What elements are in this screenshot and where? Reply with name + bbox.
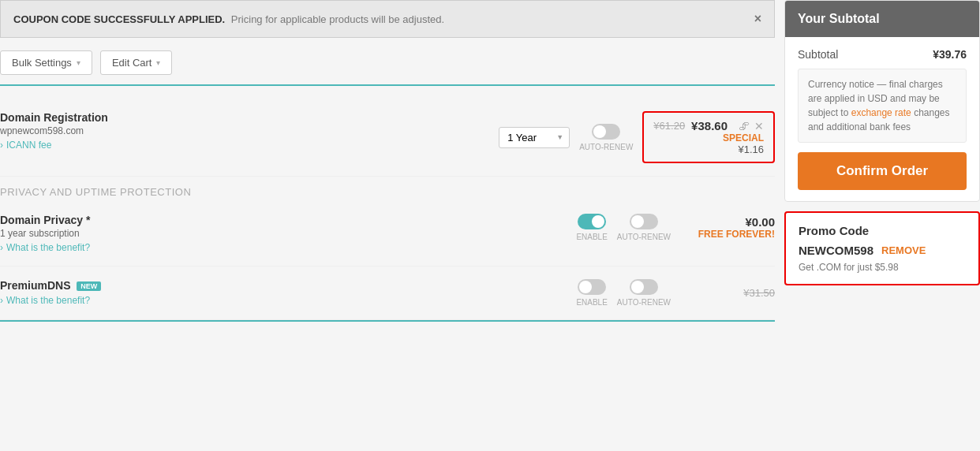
domain-old-price: ¥61.20 [653,120,685,132]
toolbar: Bulk Settings ▾ Edit Cart ▾ [0,50,775,86]
sidebar-header: Your Subtotal [785,1,979,37]
promo-title: Promo Code [799,224,966,237]
confirm-order-button[interactable]: Confirm Order [798,152,967,190]
period-select[interactable]: 1 Year 2 Years 3 Years [499,127,570,148]
period-select-wrapper[interactable]: 1 Year 2 Years 3 Years [499,127,570,148]
subtotal-label: Subtotal [798,48,838,61]
icann-price: ¥1.16 [738,144,764,155]
price-row: ¥61.20 ¥38.60 🖇 ✕ [653,119,764,132]
domain-privacy-row: Domain Privacy * 1 year subscription › W… [0,201,775,266]
dns-enable-toggle-group: ENABLE [576,279,607,307]
dns-enable-label: ENABLE [576,298,607,307]
coupon-banner-bold: COUPON CODE SUCCESSFULLY APPLIED. [13,13,225,25]
coupon-banner: COUPON CODE SUCCESSFULLY APPLIED. Pricin… [0,0,775,38]
privacy-price-area: ¥0.00 FREE FOREVER! [680,215,775,240]
privacy-benefit-link[interactable]: › What is the benefit? [0,242,90,253]
dns-title: PremiumDNS NEW [0,279,576,292]
dns-old-price: ¥31.50 [680,287,775,299]
sidebar-body: Subtotal ¥39.76 Currency notice — final … [785,37,979,201]
auto-renew-toggle-group: AUTO-RENEW [579,124,633,151]
privacy-autorenew-toggle-group: AUTO-RENEW [617,214,671,241]
privacy-enable-label: ENABLE [576,233,607,241]
bulk-settings-button[interactable]: Bulk Settings ▾ [0,50,92,75]
domain-price-box: ¥61.20 ¥38.60 🖇 ✕ SPECIAL ¥1.16 [642,111,775,163]
domain-controls: 1 Year 2 Years 3 Years AUTO-RENEW ¥61.20… [499,111,775,163]
new-badge: NEW [77,281,101,291]
close-icon[interactable]: × [754,12,761,26]
subtotal-card: Your Subtotal Subtotal ¥39.76 Currency n… [784,0,980,202]
privacy-info: Domain Privacy * 1 year subscription › W… [0,214,576,253]
privacy-subtitle: 1 year subscription [0,228,576,239]
premium-dns-row: PremiumDNS NEW › What is the benefit? EN… [0,266,775,320]
privacy-controls: ENABLE AUTO-RENEW ¥0.00 FREE FOREVER! [576,214,775,241]
privacy-enable-toggle[interactable] [578,214,606,229]
chevron-right-icon: › [0,295,3,306]
promo-code-card: Promo Code NEWCOM598 REMOVE Get .COM for… [784,211,980,285]
dns-info: PremiumDNS NEW › What is the benefit? [0,279,576,306]
dns-enable-toggle[interactable] [578,279,606,295]
bulk-settings-label: Bulk Settings [12,57,72,69]
close-icon[interactable]: ✕ [754,120,764,132]
promo-description: Get .COM for just $5.98 [799,262,966,273]
bottom-divider [0,320,775,322]
domain-info: Domain Registration wpnewcom598.com › IC… [0,111,499,151]
coupon-banner-text: COUPON CODE SUCCESSFULLY APPLIED. Pricin… [13,13,444,25]
chevron-down-icon: ▾ [156,58,160,67]
price-actions: 🖇 ✕ [739,120,764,132]
chevron-right-icon: › [0,140,3,151]
promo-remove-button[interactable]: REMOVE [881,244,926,256]
promo-code-row: NEWCOM598 REMOVE [799,244,966,257]
privacy-autorenew-label: AUTO-RENEW [617,233,671,241]
privacy-enable-toggle-group: ENABLE [576,214,607,241]
privacy-free-label: FREE FOREVER! [680,229,775,240]
edit-cart-label: Edit Cart [112,57,152,69]
paperclip-icon[interactable]: 🖇 [739,120,750,132]
currency-notice: Currency notice — final charges are appl… [798,69,967,143]
privacy-section-header: Privacy and Uptime Protection [0,177,775,201]
dns-autorenew-label: AUTO-RENEW [617,298,671,307]
special-label: SPECIAL [723,132,764,144]
edit-cart-button[interactable]: Edit Cart ▾ [100,50,173,75]
subtotal-value: ¥39.76 [933,48,967,61]
dns-benefit-link[interactable]: › What is the benefit? [0,295,90,306]
privacy-autorenew-toggle[interactable] [630,214,658,229]
dns-price-area: ¥31.50 [680,287,775,299]
sidebar: Your Subtotal Subtotal ¥39.76 Currency n… [775,0,980,451]
chevron-right-icon: › [0,242,3,253]
icann-fee-link[interactable]: › ICANN fee [0,140,51,151]
chevron-down-icon: ▾ [77,58,80,67]
domain-title: Domain Registration [0,111,499,124]
dns-autorenew-toggle-group: AUTO-RENEW [617,279,671,307]
privacy-price: ¥0.00 [680,215,775,229]
exchange-rate-link[interactable]: exchange rate [851,107,911,118]
auto-renew-toggle[interactable] [592,124,620,140]
dns-autorenew-toggle[interactable] [630,279,658,295]
subtotal-row: Subtotal ¥39.76 [798,48,967,61]
dns-controls: ENABLE AUTO-RENEW ¥31.50 [576,279,775,307]
coupon-banner-normal: Pricing for applicable products will be … [231,13,444,25]
domain-subtitle: wpnewcom598.com [0,125,499,136]
auto-renew-label: AUTO-RENEW [579,143,633,151]
promo-code-value: NEWCOM598 [799,244,873,257]
domain-registration-row: Domain Registration wpnewcom598.com › IC… [0,99,775,177]
privacy-title: Domain Privacy * [0,214,576,226]
domain-new-price: ¥38.60 [691,119,728,132]
